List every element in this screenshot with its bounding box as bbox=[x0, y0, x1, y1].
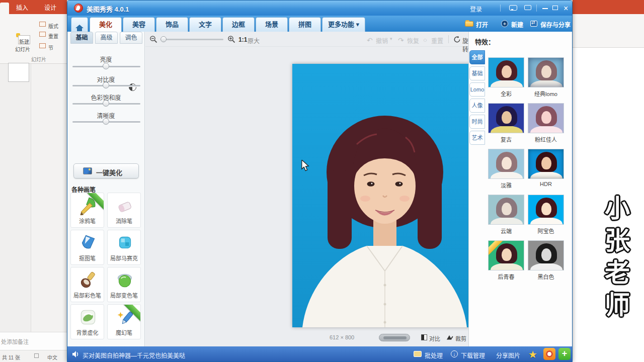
effect-item[interactable]: 全彩 bbox=[488, 57, 525, 87]
panel-tab-advanced[interactable]: 高级 bbox=[95, 32, 118, 44]
rotate-button[interactable]: 旋转 bbox=[462, 36, 468, 53]
tool-cutout-pen[interactable]: 抠图笔 bbox=[70, 230, 104, 265]
ppt-layout-icon[interactable] bbox=[39, 22, 46, 27]
reset-icon[interactable]: ○ bbox=[423, 36, 427, 44]
tool-magic-pen[interactable]: 魔幻笔 bbox=[107, 304, 141, 339]
zoom-fit-button[interactable] bbox=[379, 334, 410, 341]
ppt-layout-label[interactable]: 版式 bbox=[48, 22, 58, 30]
ppt-new-slide-label-2[interactable]: 幻灯片 bbox=[15, 45, 30, 53]
panel-tab-tone[interactable]: 调色 bbox=[120, 32, 142, 44]
ppt-notes-placeholder: 处添加备注 bbox=[1, 337, 29, 345]
ppt-new-slide-label-1[interactable]: 新建 bbox=[19, 38, 29, 45]
effect-item[interactable]: 云端 bbox=[488, 195, 525, 225]
tool-doodle-pen[interactable]: 涂鸦笔 bbox=[70, 193, 104, 228]
tab-text[interactable]: 文字 bbox=[189, 17, 221, 32]
effect-item[interactable]: 粉红佳人 bbox=[528, 103, 565, 133]
effect-item[interactable]: 黑白色 bbox=[528, 240, 565, 270]
undo-icon[interactable]: ↶ bbox=[367, 36, 373, 44]
tab-cosmetic[interactable]: 美容 bbox=[123, 17, 155, 32]
tool-local-recolor-pen[interactable]: 局部变色笔 bbox=[107, 267, 141, 302]
reset-button[interactable]: 重置 bbox=[431, 36, 443, 45]
one-click-beautify-button[interactable]: 一键美化 bbox=[73, 163, 139, 178]
ppt-status-language[interactable]: 中文 bbox=[47, 353, 57, 361]
maximize-button[interactable] bbox=[552, 6, 558, 10]
zoom-ratio[interactable]: 1:1 bbox=[238, 36, 247, 43]
ppt-reset-label[interactable]: 重置 bbox=[48, 32, 58, 40]
close-button[interactable]: × bbox=[564, 4, 568, 13]
tool-local-color-pen[interactable]: 局部彩色笔 bbox=[70, 267, 104, 302]
ppt-tab-insert[interactable]: 插入 bbox=[16, 3, 28, 12]
download-manager-button[interactable]: 下载管理 bbox=[461, 351, 485, 359]
compare-button[interactable]: 对比 bbox=[429, 334, 440, 342]
tab-beautify[interactable]: 美化 bbox=[90, 17, 122, 32]
saturation-slider[interactable] bbox=[72, 103, 140, 105]
category-tab-lomo[interactable]: Lomo bbox=[469, 82, 485, 97]
crop-footer-button[interactable]: 裁剪 bbox=[455, 334, 466, 342]
panel-tab-basic[interactable]: 基础 bbox=[70, 32, 93, 44]
crop-flag-icon[interactable] bbox=[446, 334, 453, 341]
effect-item[interactable]: 复古 bbox=[488, 103, 525, 133]
ppt-tab-design[interactable]: 设计 bbox=[44, 3, 56, 12]
new-button[interactable]: 新建 bbox=[511, 20, 523, 29]
effect-thumbnail bbox=[488, 103, 524, 133]
ppt-reset-icon[interactable] bbox=[39, 32, 46, 37]
redo-button[interactable]: 恢复 bbox=[407, 36, 419, 45]
ppt-slide-thumbnail[interactable] bbox=[8, 63, 29, 82]
open-button[interactable]: 打开 bbox=[476, 20, 488, 29]
effect-item[interactable]: 淡雅 bbox=[488, 149, 525, 179]
home-tab[interactable] bbox=[71, 17, 88, 32]
ppt-notes-area[interactable]: 处添加备注 bbox=[0, 332, 67, 350]
redo-icon[interactable]: ↷ bbox=[398, 36, 404, 44]
effect-item[interactable]: 阿宝色 bbox=[528, 195, 565, 225]
save-share-button[interactable]: 保存与分享 bbox=[540, 20, 571, 29]
category-tab-portrait[interactable]: 人像 bbox=[469, 99, 485, 113]
tab-accessory[interactable]: 饰品 bbox=[156, 17, 188, 32]
category-tab-all[interactable]: 全部 bbox=[469, 50, 485, 64]
ppt-status-icon[interactable] bbox=[34, 353, 39, 358]
clarity-slider[interactable] bbox=[72, 121, 140, 123]
add-app-icon[interactable]: + bbox=[558, 348, 571, 360]
tab-collage[interactable]: 拼图 bbox=[289, 17, 321, 32]
undo-button[interactable]: 撤销 bbox=[376, 36, 388, 45]
effect-item[interactable]: 后青春 bbox=[488, 240, 525, 270]
feedback-bubble-icon[interactable] bbox=[509, 5, 517, 11]
login-button[interactable]: 登录 bbox=[470, 5, 482, 13]
compare-icon[interactable] bbox=[421, 334, 427, 340]
slider-thumb[interactable] bbox=[103, 63, 109, 69]
zoom-ratio-label[interactable]: 原大 bbox=[248, 36, 260, 45]
tool-background-blur[interactable]: 背景虚化 bbox=[70, 304, 104, 339]
ppt-active-tab[interactable] bbox=[0, 3, 9, 14]
zoom-slider-thumb[interactable] bbox=[160, 36, 167, 42]
undo-dropdown-icon[interactable]: ▾ bbox=[390, 36, 392, 41]
tool-local-mosaic[interactable]: 局部马赛克 bbox=[107, 230, 141, 265]
slider-thumb[interactable] bbox=[103, 82, 109, 88]
meitu-kankan-icon[interactable] bbox=[543, 348, 555, 360]
effect-item[interactable]: 经典lomo bbox=[528, 57, 565, 87]
slider-thumb[interactable] bbox=[103, 118, 109, 125]
category-tab-art[interactable]: 艺术 bbox=[469, 131, 485, 145]
brightness-slider[interactable] bbox=[72, 66, 140, 67]
category-tab-fashion[interactable]: 时尚 bbox=[469, 115, 485, 129]
favorite-star-icon[interactable]: ★ bbox=[528, 348, 537, 360]
minimize-button[interactable] bbox=[542, 8, 548, 9]
zoom-out-icon[interactable] bbox=[149, 35, 157, 43]
ppt-section-label[interactable]: 节 bbox=[48, 44, 53, 51]
announcement-text[interactable]: 买对美图自拍神器—千元党也拍美美哒 bbox=[83, 351, 185, 359]
skin-icon[interactable] bbox=[524, 5, 531, 10]
tab-more-features[interactable]: 更多功能 ▾ bbox=[322, 17, 365, 32]
slider-thumb[interactable] bbox=[103, 100, 109, 107]
tab-frame[interactable]: 边框 bbox=[222, 17, 255, 32]
zoom-slider[interactable] bbox=[160, 39, 223, 40]
divider bbox=[500, 5, 501, 12]
contrast-slider[interactable] bbox=[72, 85, 140, 86]
share-picture-button[interactable]: 分享图片 bbox=[496, 351, 520, 359]
tool-eraser-pen[interactable]: 消除笔 bbox=[107, 193, 141, 228]
category-tab-basic[interactable]: 基础 bbox=[469, 66, 485, 80]
photo-canvas[interactable] bbox=[292, 64, 477, 327]
rotate-icon[interactable] bbox=[453, 36, 461, 43]
tab-scene[interactable]: 场景 bbox=[256, 17, 288, 32]
effect-item[interactable]: HDR bbox=[528, 149, 565, 179]
ppt-section-icon[interactable] bbox=[39, 43, 46, 48]
batch-process-button[interactable]: 批处理 bbox=[425, 351, 443, 359]
zoom-in-icon[interactable] bbox=[227, 35, 235, 43]
